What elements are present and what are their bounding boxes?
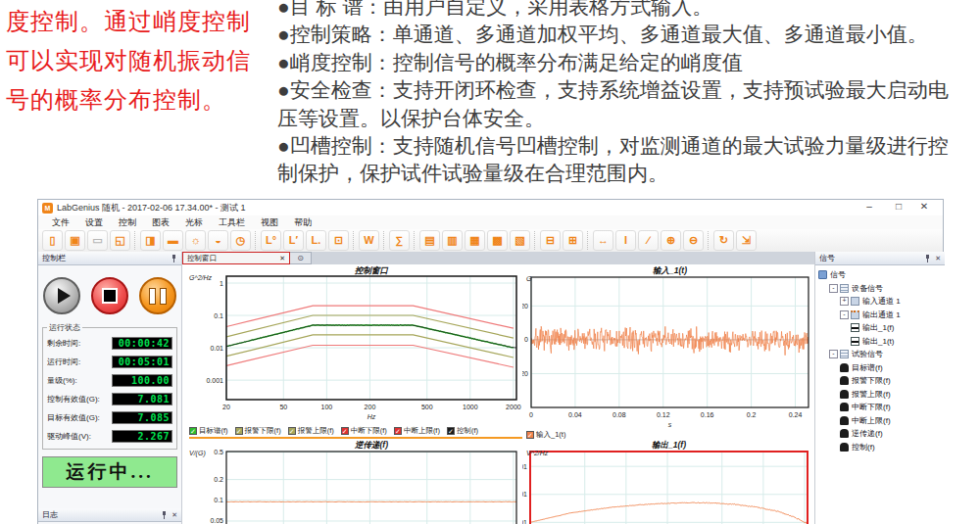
tree-item[interactable]: 报警上限(f) xyxy=(815,388,945,402)
chart-bars-1-icon[interactable]: ▤ xyxy=(419,230,440,251)
legend-checkbox[interactable]: ✓ xyxy=(394,427,402,435)
mic-icon xyxy=(840,429,849,438)
level-up-icon[interactable]: L′ xyxy=(283,230,304,251)
tree-item[interactable]: 输出_1(t) xyxy=(815,335,945,349)
schedule-icon[interactable]: ◒ xyxy=(208,230,228,251)
expand-icon[interactable]: + xyxy=(840,297,849,306)
screens-icon[interactable]: ⊡ xyxy=(328,230,349,251)
tree-item[interactable]: -设备信号 xyxy=(815,282,945,296)
legend-item[interactable]: ✓控制(f) xyxy=(447,426,478,436)
zoom-in-icon[interactable]: ⊕ xyxy=(661,230,681,251)
close-button[interactable]: ✕ xyxy=(913,201,935,212)
legend-checkbox[interactable]: ✓ xyxy=(288,427,296,435)
legend-item[interactable]: ✓报警下限(f) xyxy=(235,426,281,436)
legend-item[interactable]: ✓报警上限(f) xyxy=(288,426,334,436)
pin-icon[interactable] xyxy=(924,255,931,262)
tree-item[interactable]: 逆传递(f) xyxy=(815,427,945,441)
cursor-v-icon[interactable]: I xyxy=(615,230,636,251)
chart-bars-2-icon[interactable]: ▥ xyxy=(442,230,463,251)
chart-control-window[interactable]: 控制窗口G^2/Hz10.10.010.00120501002005001000… xyxy=(185,264,522,439)
fit-window-icon[interactable]: ⇲ xyxy=(736,230,757,251)
layout-four-icon[interactable]: ⊞ xyxy=(563,230,583,251)
shaker-icon[interactable]: ▬ xyxy=(163,230,183,251)
sum-icon[interactable]: ∑ xyxy=(389,230,410,251)
chart-output-spectrum[interactable]: 输出_1(f)V^2/Hz0.010.0010.0001 xyxy=(522,439,812,524)
settings-icon[interactable]: ☼ xyxy=(185,230,206,251)
chart-title: 逆传递(f) xyxy=(354,440,388,450)
charts-grid: 控制窗口G^2/Hz10.10.010.00120501002005001000… xyxy=(182,264,814,524)
tree-item[interactable]: -试验信号 xyxy=(815,348,945,361)
legend-checkbox[interactable]: ✓ xyxy=(447,427,455,435)
tree-item[interactable]: +输入通道 1 xyxy=(815,295,945,309)
legend-checkbox[interactable]: ✓ xyxy=(341,427,349,435)
menu-item-3[interactable]: 图表 xyxy=(144,216,177,229)
tree-item[interactable]: 报警下限(f) xyxy=(815,374,945,388)
tree-item[interactable]: 控制(f) xyxy=(815,441,945,454)
status-row: 量级(%):100.00 xyxy=(47,371,172,390)
tree-item[interactable]: 中断下限(f) xyxy=(815,401,945,414)
test-icon xyxy=(840,350,849,358)
chart-inverse-transfer[interactable]: 逆传递(f)V/(G)0.50.20.10.05 xyxy=(185,439,522,524)
tree-item[interactable]: 信号 xyxy=(815,268,945,282)
play-button[interactable] xyxy=(43,277,80,314)
zoom-out-icon[interactable]: ⊖ xyxy=(683,230,704,251)
collapse-icon[interactable]: - xyxy=(829,284,838,293)
restore-button[interactable]: □ xyxy=(888,201,909,212)
tab-preview-icon[interactable]: ⊙ xyxy=(290,252,312,264)
window-title: LabGenius 随机 - 2017-02-06 17.34.00* - 测试… xyxy=(57,202,246,214)
legend-item[interactable]: ✓输入_1(t) xyxy=(526,430,565,440)
toolbar-separator xyxy=(383,231,385,250)
menu-item-7[interactable]: 帮助 xyxy=(286,216,319,229)
new-icon[interactable]: ▯ xyxy=(42,230,63,251)
cursor-h-icon[interactable]: ↔ xyxy=(593,230,613,251)
channel-in-icon xyxy=(851,297,859,306)
tree-item-label: 报警下限(f) xyxy=(852,375,891,386)
menu-item-6[interactable]: 视图 xyxy=(253,216,286,229)
menu-item-0[interactable]: 文件 xyxy=(44,216,77,229)
word-report-icon[interactable]: W xyxy=(359,230,379,251)
menu-item-5[interactable]: 工具栏 xyxy=(211,216,253,229)
legend-item[interactable]: ✓目标谱(f) xyxy=(189,426,228,436)
pause-button[interactable] xyxy=(139,277,176,314)
menu-item-1[interactable]: 设置 xyxy=(77,216,111,229)
clock-icon[interactable]: ◷ xyxy=(230,230,251,251)
close-panel-icon[interactable]: ✕ xyxy=(935,255,941,262)
pin-icon[interactable] xyxy=(161,511,168,519)
close-panel-icon[interactable]: ✕ xyxy=(172,511,177,519)
tree-item[interactable]: 中断上限(f) xyxy=(815,414,945,428)
legend-checkbox[interactable]: ✓ xyxy=(189,427,197,435)
collapse-icon[interactable]: - xyxy=(840,310,849,319)
export-icon[interactable]: ◱ xyxy=(110,230,130,251)
level-down-icon[interactable]: L. xyxy=(306,230,326,251)
chart-scale-icon[interactable]: ▩ xyxy=(487,230,508,251)
save-icon[interactable]: ▣ xyxy=(65,230,85,251)
layout-two-icon[interactable]: ⊟ xyxy=(540,230,561,251)
legend-item[interactable]: ✓中断下限(f) xyxy=(341,426,387,436)
menu-item-2[interactable]: 控制 xyxy=(111,216,144,229)
status-label: 运行时间: xyxy=(47,357,80,367)
tab-close-icon[interactable]: ✕ xyxy=(279,255,285,262)
legend-item[interactable]: ✓中断上限(f) xyxy=(394,426,440,436)
svg-text:1000: 1000 xyxy=(463,404,478,410)
collapse-icon[interactable]: - xyxy=(829,350,838,358)
tree-item[interactable]: 目标谱(f) xyxy=(815,361,945,375)
level-deg-icon[interactable]: L° xyxy=(261,230,281,251)
tree-item[interactable]: 输出_1(f) xyxy=(815,321,945,335)
pin-icon[interactable] xyxy=(171,255,177,262)
chart-input-time[interactable]: 输入_1(t)G200-2000.040.080.120.160.20.24s✓… xyxy=(522,264,812,439)
tree-item[interactable]: -输出通道 1 xyxy=(815,309,945,322)
svg-text:50: 50 xyxy=(279,404,287,410)
cursor-slope-icon[interactable]: ∕ xyxy=(638,230,659,251)
legend-checkbox[interactable]: ✓ xyxy=(526,431,534,439)
bullet-line: ●峭度控制：控制信号的概率分布满足给定的峭度值 xyxy=(277,49,979,76)
minimize-button[interactable]: – xyxy=(858,201,880,212)
legend-checkbox[interactable]: ✓ xyxy=(235,427,243,435)
refresh-icon[interactable]: ↻ xyxy=(713,230,734,251)
open-icon[interactable]: ▭ xyxy=(87,230,108,251)
chart-bars-3-icon[interactable]: ▦ xyxy=(465,230,485,251)
project-icon[interactable]: ◨ xyxy=(140,230,161,251)
stop-button[interactable] xyxy=(91,277,128,314)
tab-control-window[interactable]: 控制窗口 ✕ xyxy=(182,252,290,264)
chart-note-icon[interactable]: ▧ xyxy=(510,230,530,251)
menu-item-4[interactable]: 光标 xyxy=(177,216,211,229)
